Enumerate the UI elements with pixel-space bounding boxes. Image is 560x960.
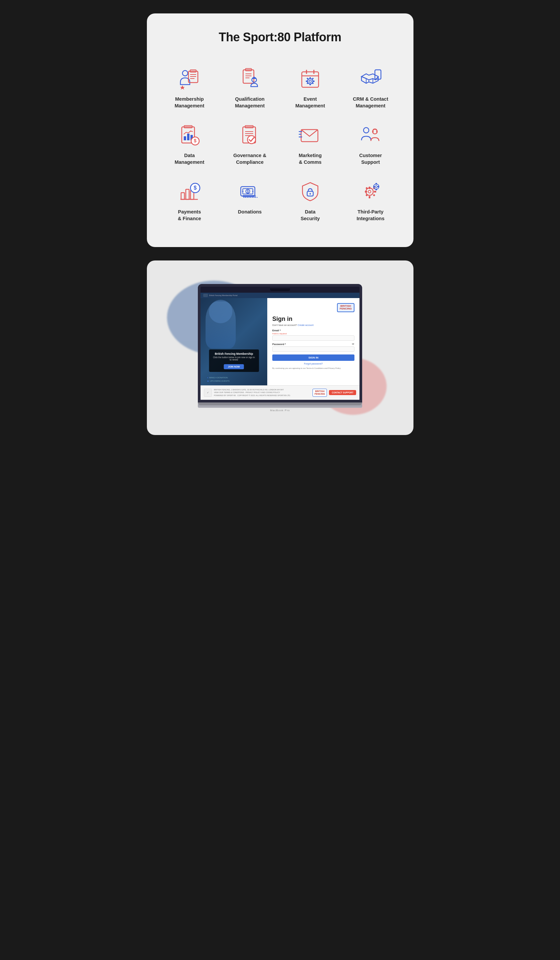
laptop-screen: British Fencing Membership Portal Britis… [198, 284, 362, 402]
svg-rect-33 [187, 134, 190, 140]
platform-item-crm[interactable]: CRM & Contact Management [341, 61, 400, 114]
platform-item-marketing[interactable]: Marketing & Comms [281, 117, 340, 171]
membership-label: Membership Management [175, 96, 204, 109]
signin-button[interactable]: SIGN IN [272, 354, 354, 361]
forgot-password-link[interactable]: Forgot password? [272, 363, 354, 365]
platform-item-qualification[interactable]: Qualification Management [221, 61, 279, 114]
event-label: Event Management [295, 96, 325, 109]
svg-point-0 [182, 70, 188, 76]
support-label: Customer Support [359, 152, 382, 165]
support-icon [358, 123, 383, 148]
crm-icon [358, 66, 383, 91]
integrations-icon [358, 179, 383, 204]
svg-point-18 [308, 78, 313, 84]
governance-icon [238, 123, 263, 148]
svg-rect-78 [373, 194, 375, 196]
marketing-icon [298, 123, 323, 148]
laptop-section: British Fencing Membership Portal Britis… [147, 261, 413, 435]
data-mgmt-icon: $ [177, 123, 202, 148]
security-icon [298, 179, 323, 204]
security-label: Data Security [300, 209, 319, 222]
payments-label: Payments & Finance [178, 209, 201, 222]
password-input[interactable] [272, 346, 354, 352]
terms-text: By continuing you are agreeing to our Te… [272, 367, 354, 370]
platform-title: The Sport:80 Platform [160, 30, 400, 44]
bf-logo: BRITISH FENCING [337, 303, 354, 312]
email-input[interactable] [272, 335, 354, 341]
laptop-mockup: British Fencing Membership Portal Britis… [198, 284, 362, 412]
donations-icon: $ [238, 179, 263, 204]
signin-title: Sign in [272, 315, 354, 323]
donation-link[interactable]: MAKE A DONATION [209, 377, 228, 379]
contact-support-button[interactable]: CONTACT SUPPORT [329, 390, 356, 395]
platform-item-data[interactable]: $ Data Management [160, 117, 219, 171]
laptop-foot [198, 402, 362, 405]
password-label-row: Password * 👁 [272, 343, 354, 346]
platform-item-integrations[interactable]: Third-Party Integrations [341, 174, 400, 227]
membership-subtitle: Click the button below to join now or si… [212, 356, 255, 361]
svg-rect-49 [372, 131, 373, 133]
email-label: Email * [272, 329, 354, 332]
footer-bf-logo: BRITISH FENCING [313, 389, 327, 397]
marketing-label: Marketing & Comms [299, 152, 322, 165]
footer-address: BRITISH FENCING, 1 BARON'S GATE, 33-35 R… [214, 388, 291, 397]
svg-text:$: $ [194, 185, 197, 190]
svg-rect-83 [373, 186, 375, 187]
bf-footer: ✓ BRITISH FENCING, 1 BARON'S GATE, 33-35… [201, 386, 359, 400]
qualification-label: Qualification Management [235, 96, 265, 109]
svg-point-47 [364, 128, 369, 133]
svg-rect-22 [306, 80, 308, 82]
svg-rect-74 [374, 190, 376, 192]
email-error: Field is required [272, 333, 354, 334]
laptop-model-label: MacBook Pro [198, 409, 362, 412]
crm-label: CRM & Contact Management [353, 96, 388, 109]
recaptcha-badge: ✓ [204, 389, 212, 397]
svg-text:$: $ [194, 138, 196, 143]
svg-rect-71 [369, 187, 370, 189]
create-account-text: Don't have an account? Create account [272, 324, 354, 326]
platform-item-support[interactable]: Customer Support [341, 117, 400, 171]
svg-point-80 [375, 186, 377, 188]
membership-title: British Fencing Membership [212, 352, 255, 355]
integrations-label: Third-Party Integrations [357, 209, 385, 222]
payments-icon: $ [177, 179, 202, 204]
svg-rect-20 [310, 77, 311, 79]
svg-rect-52 [186, 189, 189, 199]
join-now-button[interactable]: JOIN NOW [224, 364, 244, 369]
create-account-link[interactable]: Create account [297, 324, 313, 326]
bf-fencer-background: British Fencing Membership Click the but… [201, 298, 267, 386]
svg-rect-32 [184, 136, 186, 140]
svg-rect-84 [378, 186, 379, 187]
svg-rect-50 [376, 131, 378, 133]
svg-point-19 [309, 80, 311, 82]
svg-rect-21 [310, 83, 311, 85]
membership-icon [177, 66, 202, 91]
svg-point-70 [368, 190, 371, 193]
platform-section: The Sport:80 Platform Memb [147, 13, 413, 247]
bf-logo-area: BRITISH FENCING [272, 303, 354, 312]
svg-rect-73 [365, 190, 367, 192]
svg-rect-72 [369, 196, 370, 198]
platform-item-donations[interactable]: $ Donations [221, 174, 279, 227]
governance-label: Governance & Compliance [233, 152, 266, 165]
platform-item-security[interactable]: Data Security [281, 174, 340, 227]
events-link[interactable]: UPCOMING EVENTS [210, 380, 230, 382]
laptop-base [198, 402, 362, 408]
svg-rect-23 [313, 80, 314, 82]
platform-item-governance[interactable]: Governance & Compliance [221, 117, 279, 171]
screen-content: British Fencing Membership Portal Britis… [201, 293, 359, 400]
data-label: Data Management [175, 152, 204, 165]
bf-signin-panel: BRITISH FENCING Sign in Don't have an ac… [267, 298, 359, 386]
svg-rect-51 [181, 193, 184, 199]
donations-label: Donations [238, 209, 262, 216]
platform-item-payments[interactable]: $ Payments & Finance [160, 174, 219, 227]
qualification-icon [238, 66, 263, 91]
laptop-notch-bar [201, 286, 359, 293]
platform-item-event[interactable]: Event Management [281, 61, 340, 114]
svg-rect-82 [376, 189, 377, 190]
platform-grid: Membership Management Qua [160, 61, 400, 227]
event-icon [298, 66, 323, 91]
svg-rect-81 [376, 183, 377, 185]
laptop-notch [270, 288, 290, 291]
platform-item-membership[interactable]: Membership Management [160, 61, 219, 114]
